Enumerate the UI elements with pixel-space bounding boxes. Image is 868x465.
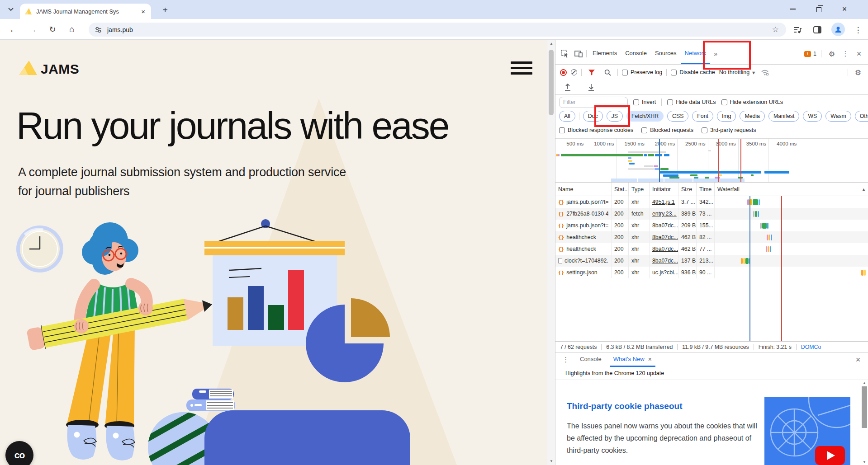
network-conditions-icon[interactable] [759, 67, 771, 78]
checkbox-blocked-response-cookies[interactable]: Blocked response cookies [559, 127, 633, 133]
devtools-settings-icon[interactable]: ⚙ [826, 48, 838, 59]
request-waterfall-cell[interactable] [715, 267, 868, 278]
article-title[interactable]: Third-party cookie phaseout [567, 401, 682, 411]
filter-pill-media[interactable]: Media [740, 111, 765, 122]
checkbox-icon[interactable] [622, 70, 628, 75]
reload-button[interactable]: ↻ [45, 23, 60, 36]
request-waterfall-cell[interactable] [715, 255, 868, 267]
request-name-cell[interactable]: {}settings.json [555, 267, 612, 278]
filter-pill-css[interactable]: CSS [667, 111, 688, 122]
request-initiator-cell[interactable]: 4951.js:1 [650, 196, 678, 208]
column-header-size[interactable]: Size [678, 183, 697, 196]
record-network-log-icon[interactable] [560, 69, 567, 76]
request-time-cell[interactable]: 213... [697, 255, 715, 267]
article-video-thumbnail[interactable] [764, 397, 850, 465]
side-panel-icon[interactable] [811, 23, 824, 36]
inspect-element-icon[interactable] [559, 48, 571, 59]
network-request-row[interactable]: {}healthcheck200xhr8ba07dc...462 B82 ... [555, 231, 868, 243]
request-type-cell[interactable]: fetch [629, 208, 650, 220]
network-request-row[interactable]: {}jams.pub.json?t=1200xhr4951.js:13.7 ..… [555, 196, 868, 208]
scroll-up-icon[interactable]: ▲ [860, 381, 868, 385]
media-controls-icon[interactable] [791, 23, 804, 36]
tab-close-icon[interactable]: × [140, 8, 147, 15]
request-size-cell[interactable]: 209 B [678, 220, 697, 231]
request-type-cell[interactable]: xhr [629, 267, 650, 278]
request-initiator-cell[interactable]: 8ba07dc... [650, 243, 678, 255]
column-header-initiator[interactable]: Initiator [650, 183, 678, 196]
drawer-menu-icon[interactable]: ⋮ [560, 354, 572, 365]
request-status-cell[interactable]: 200 [612, 208, 629, 220]
column-header-name[interactable]: Name [555, 183, 612, 196]
request-size-cell[interactable]: 389 B [678, 208, 697, 220]
whats-new-tab-close-icon[interactable]: × [648, 356, 652, 363]
column-header-time[interactable]: Time [697, 183, 715, 196]
checkbox-icon[interactable] [633, 99, 639, 105]
checkbox-icon[interactable] [559, 127, 565, 133]
checkbox-hide-data-urls[interactable]: Hide data URLs [667, 99, 716, 105]
export-har-icon[interactable] [585, 82, 597, 93]
request-time-cell[interactable]: 90 ... [697, 267, 715, 278]
hamburger-menu-icon[interactable] [511, 61, 532, 75]
checkbox-icon[interactable] [667, 99, 673, 105]
request-name-cell[interactable]: clock?t=1704892... [555, 255, 612, 267]
request-type-cell[interactable]: xhr [629, 231, 650, 243]
request-waterfall-cell[interactable] [715, 231, 868, 243]
window-restore-button[interactable] [810, 2, 828, 16]
filter-pill-other[interactable]: Other [855, 111, 868, 122]
network-settings-icon[interactable]: ⚙ [852, 67, 864, 78]
back-button[interactable]: ← [6, 23, 21, 36]
scroll-up-icon[interactable]: ▲ [547, 42, 555, 46]
throttling-dropdown[interactable]: No throttling ▾ [719, 69, 755, 76]
network-request-row[interactable]: clock?t=1704892...200xhr8ba07dc...137 B2… [555, 255, 868, 267]
request-size-cell[interactable]: 462 B [678, 231, 697, 243]
initiator-link[interactable]: entry.23... [652, 211, 677, 217]
checkbox-blocked-requests[interactable]: Blocked requests [641, 127, 693, 133]
scroll-down-icon[interactable]: ▼ [860, 460, 868, 464]
request-name-cell[interactable]: {}healthcheck [555, 243, 612, 255]
request-waterfall-cell[interactable] [715, 220, 868, 231]
whats-new-scrollbar[interactable]: ▲ ▼ [860, 380, 868, 465]
request-status-cell[interactable]: 200 [612, 196, 629, 208]
devtools-tab-elements[interactable]: Elements [588, 43, 621, 64]
whats-new-scrollbar-thumb[interactable] [862, 386, 867, 428]
issues-badge[interactable]: ! 1 [804, 51, 816, 57]
initiator-link[interactable]: 8ba07dc... [652, 222, 678, 229]
search-icon[interactable] [602, 67, 613, 78]
page-scrollbar[interactable]: ▲ ▼ [547, 40, 555, 465]
browser-tab[interactable]: JAMS Journal Management Sys × [20, 4, 151, 19]
checkbox-icon[interactable] [671, 70, 677, 75]
request-time-cell[interactable]: 155... [697, 220, 715, 231]
request-time-cell[interactable]: 82 ... [697, 231, 715, 243]
request-status-cell[interactable]: 200 [612, 231, 629, 243]
checkbox-icon[interactable] [641, 127, 647, 133]
request-waterfall-cell[interactable] [715, 208, 868, 220]
url-text[interactable]: jams.pub [107, 26, 772, 33]
profile-avatar[interactable] [831, 23, 845, 36]
checkbox-icon[interactable] [702, 127, 707, 133]
scroll-down-icon[interactable]: ▼ [547, 459, 555, 463]
network-request-row[interactable]: {}settings.json200xhruc.js?cbi...936 B90… [555, 267, 868, 278]
clear-network-log-icon[interactable] [571, 69, 577, 75]
request-status-cell[interactable]: 200 [612, 255, 629, 267]
bookmark-star-icon[interactable]: ☆ [772, 25, 779, 34]
devtools-close-icon[interactable]: × [853, 48, 865, 59]
filter-pill-fetch-xhr[interactable]: Fetch/XHR [626, 111, 664, 122]
checkbox-3rd-party-requests[interactable]: 3rd-party requests [702, 127, 756, 133]
checkbox-invert[interactable]: Invert [633, 99, 656, 105]
browser-menu-icon[interactable]: ⋮ [851, 23, 865, 36]
checkbox-hide-extension-urls[interactable]: Hide extension URLs [721, 99, 783, 105]
drawer-close-icon[interactable]: × [852, 354, 864, 365]
request-size-cell[interactable]: 462 B [678, 243, 697, 255]
request-initiator-cell[interactable]: 8ba07dc... [650, 231, 678, 243]
request-initiator-cell[interactable]: uc.js?cbi... [650, 267, 678, 278]
initiator-link[interactable]: 4951.js:1 [652, 199, 675, 205]
filter-pill-all[interactable]: All [559, 111, 575, 122]
sort-arrow-icon[interactable]: ▲ [862, 187, 866, 192]
request-waterfall-cell[interactable] [715, 196, 868, 208]
initiator-link[interactable]: 8ba07dc... [652, 258, 678, 264]
address-bar[interactable]: jams.pub ☆ [89, 23, 786, 37]
request-name-cell[interactable]: {}healthcheck [555, 231, 612, 243]
window-close-button[interactable]: × [835, 2, 854, 16]
preserve-log-checkbox[interactable]: Preserve log [622, 69, 662, 75]
devtools-tab-console[interactable]: Console [621, 43, 651, 64]
